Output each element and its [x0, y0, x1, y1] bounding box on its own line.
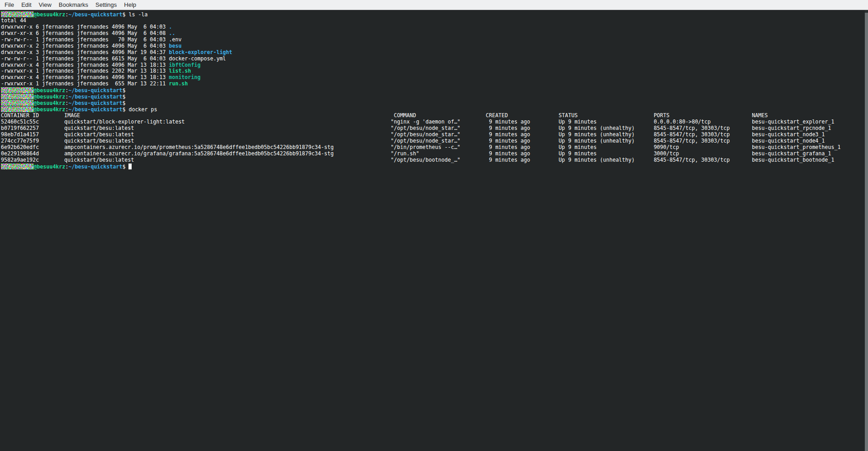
prompt-path: ~/besu-quickstart	[69, 106, 123, 113]
output-text: drwxr-xr-x 6 jfernandes jfernandes 4096 …	[1, 30, 169, 36]
prompt-path: ~/besu-quickstart	[69, 94, 123, 100]
prompt-symbol: $	[122, 100, 125, 106]
output-text: -rwxrwxr-x 1 jfernandes jfernandes 655 M…	[1, 80, 169, 87]
file-name: besu	[169, 43, 182, 49]
output-text: drwxrwxr-x 4 jfernandes jfernandes 4096 …	[1, 62, 169, 68]
file-name: docker-compose.yml	[169, 55, 226, 62]
prompt-host: @besuu4krz	[34, 11, 65, 18]
menu-item-edit[interactable]: Edit	[18, 0, 35, 9]
prompt-host: @besuu4krz	[34, 164, 65, 170]
file-name: list.sh	[169, 68, 191, 74]
censored-username	[1, 11, 34, 17]
output-text: drwxrwxr-x 4 jfernandes jfernandes 4096 …	[1, 74, 169, 80]
output-text: drwxrwxr-x 3 jfernandes jfernandes 4096 …	[1, 49, 169, 55]
terminal-line: @besuu4krz:~/besu-quickstart$	[1, 87, 868, 94]
output-text: -rw-rw-r-- 1 jfernandes jfernandes 70 Ma…	[1, 36, 169, 43]
censored-username	[1, 164, 34, 169]
terminal-line: -rw-rw-r-- 1 jfernandes jfernandes 6615 …	[1, 56, 868, 62]
file-name: .env	[169, 36, 182, 43]
prompt-symbol: $	[122, 87, 125, 94]
censored-username	[1, 87, 34, 93]
terminal-line: b0719f662257 quickstart/besu:latest "/op…	[1, 125, 868, 132]
prompt-separator: :	[65, 164, 69, 170]
terminal-line: @besuu4krz:~/besu-quickstart$	[1, 164, 868, 170]
prompt-separator: :	[65, 106, 69, 113]
terminal-line: @besuu4krz:~/besu-quickstart$	[1, 100, 868, 106]
text	[125, 164, 128, 170]
menu-item-file[interactable]: File	[1, 0, 18, 9]
censored-username	[1, 106, 34, 112]
censored-username	[1, 100, 34, 106]
table-row-text: 98eb7d1a4157 quickstart/besu:latest "/op…	[1, 131, 825, 138]
terminal-line: drwxr-xr-x 6 jfernandes jfernandes 4096 …	[1, 30, 868, 37]
prompt-separator: :	[65, 11, 69, 18]
terminal-line: @besuu4krz:~/besu-quickstart$	[1, 94, 868, 100]
table-header: CONTAINER ID IMAGE COMMAND CREATED STATU…	[1, 112, 768, 119]
terminal-line: -rwxrwxr-x 1 jfernandes jfernandes 655 M…	[1, 81, 868, 87]
terminal-line: 98eb7d1a4157 quickstart/besu:latest "/op…	[1, 132, 868, 138]
terminal-line: drwxrwxr-x 6 jfernandes jfernandes 4096 …	[1, 24, 868, 30]
file-name: ..	[169, 30, 175, 36]
file-name: block-explorer-light	[169, 49, 232, 55]
prompt-host: @besuu4krz	[34, 106, 65, 113]
prompt-path: ~/besu-quickstart	[69, 100, 123, 106]
terminal-line: drwxrwxr-x 4 jfernandes jfernandes 4096 …	[1, 62, 868, 69]
output-text: -rwxrwxr-x 1 jfernandes jfernandes 2202 …	[1, 68, 169, 74]
terminal-line: drwxrwxr-x 4 jfernandes jfernandes 4096 …	[1, 74, 868, 81]
prompt-symbol: $	[122, 94, 125, 100]
file-name: .	[169, 24, 172, 30]
scrollbar-thumb[interactable]	[865, 13, 868, 451]
table-row-text: 0e229198864d ampcontainers.azurecr.io/gr…	[1, 150, 831, 157]
prompt-host: @besuu4krz	[34, 94, 65, 100]
terminal-line: 9582a9ae192c quickstart/besu:latest "/op…	[1, 157, 868, 164]
command-text: ls -la	[125, 11, 148, 18]
terminal-line: 274cc77e75f9 quickstart/besu:latest "/op…	[1, 138, 868, 144]
prompt-path: ~/besu-quickstart	[69, 87, 123, 94]
table-row-text: 9582a9ae192c quickstart/besu:latest "/op…	[1, 157, 834, 163]
output-text: drwxrwxr-x 2 jfernandes jfernandes 4096 …	[1, 43, 169, 49]
terminal-line: total 44	[1, 18, 868, 24]
menu-item-view[interactable]: View	[35, 0, 55, 9]
terminal-line: 6e92b620edfc ampcontainers.azurecr.io/pr…	[1, 144, 868, 151]
terminal-line: @besuu4krz:~/besu-quickstart$ docker ps	[1, 106, 868, 113]
menu-item-help[interactable]: Help	[120, 0, 140, 9]
terminal[interactable]: @besuu4krz:~/besu-quickstart$ ls -latota…	[0, 10, 868, 451]
prompt-host: @besuu4krz	[34, 87, 65, 94]
menu-item-bookmarks[interactable]: Bookmarks	[55, 0, 92, 9]
terminal-line: 52460c51c55c quickstart/block-explorer-l…	[1, 119, 868, 125]
scrollbar[interactable]	[865, 10, 868, 451]
file-name: monitoring	[169, 74, 201, 80]
terminal-output: @besuu4krz:~/besu-quickstart$ ls -latota…	[1, 11, 868, 169]
prompt-path: ~/besu-quickstart	[69, 164, 123, 170]
table-row-text: 6e92b620edfc ampcontainers.azurecr.io/pr…	[1, 144, 841, 150]
table-row-text: 274cc77e75f9 quickstart/besu:latest "/op…	[1, 138, 825, 144]
menu-item-settings[interactable]: Settings	[92, 0, 120, 9]
terminal-line: -rwxrwxr-x 1 jfernandes jfernandes 2202 …	[1, 68, 868, 74]
censored-username	[1, 94, 34, 99]
prompt-separator: :	[65, 94, 69, 100]
terminal-cursor	[128, 164, 132, 169]
terminal-line: CONTAINER ID IMAGE COMMAND CREATED STATU…	[1, 113, 868, 119]
terminal-line: 0e229198864d ampcontainers.azurecr.io/gr…	[1, 151, 868, 157]
prompt-host: @besuu4krz	[34, 100, 65, 106]
terminal-line: @besuu4krz:~/besu-quickstart$ ls -la	[1, 11, 868, 18]
terminal-line: drwxrwxr-x 2 jfernandes jfernandes 4096 …	[1, 43, 868, 50]
command-text: docker ps	[125, 106, 157, 113]
terminal-line: -rw-rw-r-- 1 jfernandes jfernandes 70 Ma…	[1, 37, 868, 43]
prompt-path: ~/besu-quickstart	[69, 11, 123, 18]
prompt-separator: :	[65, 100, 69, 106]
terminal-line: drwxrwxr-x 3 jfernandes jfernandes 4096 …	[1, 50, 868, 56]
output-text: -rw-rw-r-- 1 jfernandes jfernandes 6615 …	[1, 55, 169, 62]
output-text: total 44	[1, 17, 26, 24]
prompt-separator: :	[65, 87, 69, 94]
file-name: ibftConfig	[169, 62, 201, 68]
file-name: run.sh	[169, 80, 188, 87]
table-row-text: 52460c51c55c quickstart/block-explorer-l…	[1, 119, 834, 125]
menu-bar: FileEditViewBookmarksSettingsHelp	[0, 0, 868, 10]
table-row-text: b0719f662257 quickstart/besu:latest "/op…	[1, 125, 831, 131]
output-text: drwxrwxr-x 6 jfernandes jfernandes 4096 …	[1, 24, 169, 30]
